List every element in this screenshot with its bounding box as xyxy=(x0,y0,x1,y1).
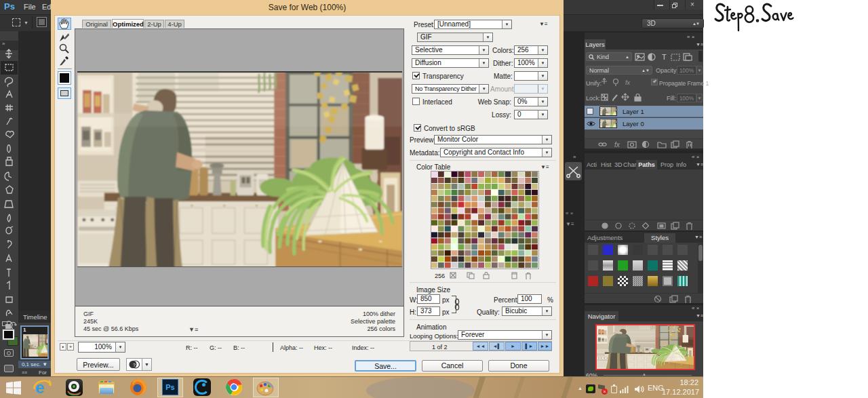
svg-text:T: T xyxy=(662,53,667,61)
svg-text:fx: fx xyxy=(614,141,620,148)
svg-text:fx: fx xyxy=(625,79,631,86)
svg-text:?: ? xyxy=(133,363,136,367)
